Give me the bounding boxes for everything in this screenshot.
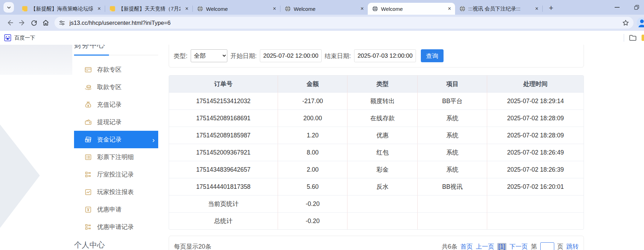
sidebar-item-1[interactable]: 取款专区› xyxy=(74,78,158,96)
table-cell: -217.00 xyxy=(278,92,347,109)
tab-close-icon[interactable]: × xyxy=(446,6,453,12)
tab-title: 【新提醒】天天竞猜（7月2 xyxy=(118,6,181,12)
current-page-badge[interactable]: [1] xyxy=(497,243,506,250)
table-summary-cell xyxy=(417,195,487,212)
money-bag-icon xyxy=(85,101,92,108)
tab-close-icon[interactable]: × xyxy=(359,6,366,12)
table-cell: 1.20 xyxy=(278,127,347,144)
type-select[interactable]: 全部 xyxy=(191,49,227,62)
start-date-label: 开始日期: xyxy=(230,52,257,60)
table-cell: BB平台 xyxy=(417,92,487,109)
table-cell: 额度转出 xyxy=(347,92,417,109)
sidebar-item-8[interactable]: 优惠申请› xyxy=(74,201,158,218)
table-cell: 系统 xyxy=(417,144,487,161)
table-cell: 200.00 xyxy=(278,109,347,127)
table-summary-cell xyxy=(347,195,417,212)
next-page-link[interactable]: 下一页 xyxy=(510,242,528,250)
table-row: 17514520891859871.20优惠系统2025-07-02 18:28… xyxy=(169,127,584,144)
background-decoration xyxy=(0,45,72,75)
tab-close-icon[interactable]: × xyxy=(96,6,103,12)
profile-avatar[interactable] xyxy=(636,17,644,28)
sidebar-item-label: 取款专区 xyxy=(97,83,122,91)
end-date-input[interactable] xyxy=(354,49,416,62)
bookmarks-folder-icon[interactable] xyxy=(629,34,637,41)
sidebar-item-3[interactable]: 提现记录› xyxy=(74,113,158,131)
reload-icon[interactable] xyxy=(28,17,40,29)
table-header-cell: 类型 xyxy=(347,76,417,92)
bookmark-star-icon[interactable] xyxy=(622,19,629,27)
sidebar-item-2[interactable]: 充值记录› xyxy=(74,96,158,113)
tab-close-icon[interactable]: × xyxy=(183,6,190,12)
browser-tab[interactable]: Welcome× xyxy=(193,3,280,15)
table-cell: BB视讯 xyxy=(417,178,487,195)
table-row: 17514520093679218.00红包系统2025-07-02 18:26… xyxy=(169,144,584,161)
list-grid-icon xyxy=(85,171,92,178)
tab-search-button[interactable] xyxy=(3,2,14,13)
table-cell: 优惠 xyxy=(347,127,417,144)
globe-icon xyxy=(285,6,291,12)
table-header-cell: 项目 xyxy=(417,76,487,92)
records-table: 订单号金额类型项目处理时间1751452153412032-217.00额度转出… xyxy=(169,75,584,230)
table-cell: 反水 xyxy=(347,178,417,195)
first-page-link[interactable]: 首页 xyxy=(461,242,473,250)
table-cell: 2025-07-02 18:26:39 xyxy=(487,161,584,178)
sidebar-item-label: 充值记录 xyxy=(97,100,122,109)
jump-button[interactable]: 跳转 xyxy=(566,242,579,250)
pagination-bar: 每页显示20条 共6条 首页 上一页 [1] 下一页 第 页 跳转 xyxy=(169,236,584,250)
globe-icon xyxy=(459,6,466,12)
deposit-card-icon xyxy=(85,66,92,73)
forward-icon[interactable] xyxy=(16,17,28,29)
browser-tab[interactable]: Welcome× xyxy=(368,3,455,15)
bookmarks-bar: 百度一下 xyxy=(0,31,644,45)
cut-bookmark-icon[interactable] xyxy=(642,35,644,41)
sidebar-item-label: 资金记录 xyxy=(97,135,122,144)
table-header-cell: 金额 xyxy=(278,76,347,92)
url-bar[interactable]: js13.cc/hhcp/usercenter.html?iniType=6 xyxy=(54,17,634,29)
list-grid-icon xyxy=(85,223,92,231)
tab-title: :::视讯 会员下注纪录::: xyxy=(468,6,530,12)
browser-tab[interactable]: 【新提醒】天天竞猜（7月2× xyxy=(105,3,192,15)
prev-page-link[interactable]: 上一页 xyxy=(476,242,495,250)
new-tab-button[interactable]: + xyxy=(547,3,555,13)
tab-close-icon[interactable]: × xyxy=(533,6,540,12)
table-cell: 8.00 xyxy=(278,144,347,161)
url-text[interactable]: js13.cc/hhcp/usercenter.html?iniType=6 xyxy=(69,20,618,26)
browser-tab[interactable]: :::视讯 会员下注纪录:::× xyxy=(455,3,542,15)
page-content: 财务中心 存款专区›取款专区›充值记录›提现记录›资金记录›彩票下注明细›厅室投… xyxy=(0,45,644,250)
sidebar-item-5[interactable]: 彩票下注明细› xyxy=(74,148,158,166)
table-summary-cell xyxy=(347,212,417,229)
table-summary-row: 总统计-0.20 xyxy=(169,212,584,229)
site-info-icon[interactable] xyxy=(59,20,65,26)
back-icon[interactable] xyxy=(4,17,16,29)
browser-tab[interactable]: Welcome× xyxy=(280,3,368,15)
start-date-input[interactable] xyxy=(260,49,322,62)
sidebar-item-0[interactable]: 存款专区› xyxy=(74,61,158,78)
type-label: 类型: xyxy=(174,52,188,60)
query-button[interactable]: 查询 xyxy=(421,49,444,62)
table-cell: 在线存款 xyxy=(347,109,417,127)
table-cell: 系统 xyxy=(417,127,487,144)
sidebar-item-6[interactable]: 厅室投注记录› xyxy=(74,166,158,183)
total-count-text: 共6条 xyxy=(442,242,458,250)
tab-close-icon[interactable]: × xyxy=(271,6,278,12)
table-cell: 系统 xyxy=(417,161,487,178)
table-summary-cell: 当前页统计 xyxy=(169,195,278,212)
restore-icon[interactable] xyxy=(634,5,639,10)
home-icon[interactable] xyxy=(40,17,52,29)
tab-title: Welcome xyxy=(294,6,356,12)
watermark-triangle xyxy=(0,124,40,228)
table-row: 17514444018173585.60反水BB视讯2025-07-02 16:… xyxy=(169,178,584,195)
browser-tab[interactable]: 【新提醒】海燕策略论坛综× xyxy=(17,3,105,15)
minimize-icon[interactable] xyxy=(615,7,620,8)
table-summary-row: 当前页统计-0.20 xyxy=(169,195,584,212)
sidebar-item-7[interactable]: 玩家投注报表› xyxy=(74,183,158,201)
table-cell: 系统 xyxy=(417,109,487,127)
sidebar-item-4[interactable]: 资金记录› xyxy=(74,131,158,148)
sidebar-item-9[interactable]: 优惠申请记录› xyxy=(74,218,158,236)
jump-page-input[interactable] xyxy=(540,242,554,250)
table-header-cell: 处理时间 xyxy=(487,76,584,92)
sidebar: 财务中心 存款专区›取款专区›充值记录›提现记录›资金记录›彩票下注明细›厅室投… xyxy=(74,45,158,250)
baidu-paw-icon xyxy=(4,34,11,41)
filter-bar: 类型: 全部 开始日期: 结束日期: 查询 xyxy=(169,45,584,67)
bookmark-baidu[interactable]: 百度一下 xyxy=(4,34,35,41)
